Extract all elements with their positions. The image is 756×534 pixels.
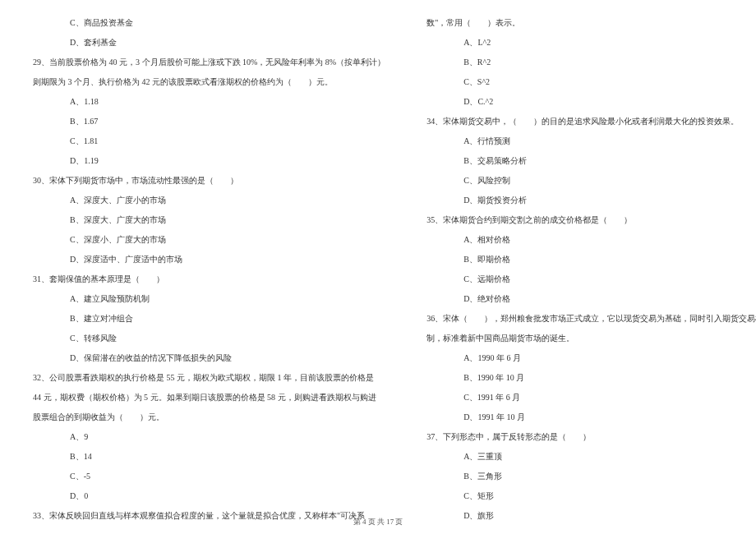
text-line: C、1991 年 6 月 [426, 391, 756, 404]
text-line: B、三角形 [426, 470, 756, 483]
page-footer: 第 4 页 共 17 页 [0, 517, 756, 527]
text-line: A、1990 年 6 月 [426, 352, 756, 365]
text-line: D、期货投资分析 [426, 194, 756, 207]
text-line: D、套利基金 [33, 36, 385, 49]
text-line: 30、宋体下列期货市场中，市场流动性最强的是（ ） [33, 174, 385, 187]
text-line: 29、当前股票价格为 40 元，3 个月后股价可能上涨或下跌 10%，无风险年利… [33, 56, 385, 69]
text-line: A、三重顶 [426, 450, 756, 463]
text-line: D、0 [33, 490, 385, 503]
text-line: 35、宋体期货合约到期交割之前的成交价格都是（ ） [426, 214, 756, 227]
text-line: 32、公司股票看跌期权的执行价格是 55 元，期权为欧式期权，期限 1 年，目前… [33, 371, 385, 384]
text-line: 制，标准着新中国商品期货市场的诞生。 [426, 332, 756, 345]
text-line: A、1.18 [33, 95, 385, 108]
text-line: 36、宋体（ ），郑州粮食批发市场正式成立，它以现货交易为基础，同时引入期货交易… [426, 312, 756, 325]
text-line: B、交易策略分析 [426, 154, 756, 168]
left-column: C、商品投资基金D、套利基金29、当前股票价格为 40 元，3 个月后股价可能上… [33, 16, 385, 529]
text-line: B、深度大、广度大的市场 [33, 214, 385, 227]
text-line: B、即期价格 [426, 253, 756, 266]
text-line: D、1991 年 10 月 [426, 411, 756, 424]
text-line: D、深度适中、广度适中的市场 [33, 253, 385, 266]
text-line: C、-5 [33, 470, 385, 483]
text-line: A、深度大、广度小的市场 [33, 194, 385, 207]
text-line: A、相对价格 [426, 233, 756, 246]
text-line: D、1.19 [33, 154, 385, 168]
text-line: 44 元，期权费（期权价格）为 5 元。如果到期日该股票的价格是 58 元，则购… [33, 391, 385, 404]
text-line: A、L^2 [426, 36, 756, 49]
text-line: C、转移风险 [33, 332, 385, 345]
text-line: B、1.67 [33, 115, 385, 128]
text-line: B、14 [33, 450, 385, 463]
text-line: D、保留潜在的收益的情况下降低损失的风险 [33, 352, 385, 365]
text-line: B、建立对冲组合 [33, 312, 385, 325]
text-line: 数"，常用（ ）表示。 [426, 16, 756, 30]
text-line: A、9 [33, 430, 385, 444]
text-line: 34、宋体期货交易中，（ ）的目的是追求风险最小化或者利润最大化的投资效果。 [426, 115, 756, 128]
text-line: 股票组合的到期收益为（ ）元。 [33, 411, 385, 424]
text-line: D、绝对价格 [426, 292, 756, 306]
exam-page: C、商品投资基金D、套利基金29、当前股票价格为 40 元，3 个月后股价可能上… [0, 0, 756, 534]
text-line: B、1990 年 10 月 [426, 371, 756, 384]
text-line: C、商品投资基金 [33, 16, 385, 30]
text-line: 37、下列形态中，属于反转形态的是（ ） [426, 430, 756, 444]
text-line: A、建立风险预防机制 [33, 292, 385, 306]
text-line: C、1.81 [33, 135, 385, 148]
text-line: 则期限为 3 个月、执行价格为 42 元的该股票欧式看涨期权的价格约为（ ）元。 [33, 76, 385, 89]
text-line: D、C.^2 [426, 95, 756, 108]
text-line: C、矩形 [426, 490, 756, 503]
right-column: 数"，常用（ ）表示。A、L^2B、R^2C、S^2D、C.^234、宋体期货交… [426, 16, 756, 529]
text-line: C、深度小、广度大的市场 [33, 233, 385, 246]
text-line: C、S^2 [426, 76, 756, 89]
text-line: C、风险控制 [426, 174, 756, 187]
text-line: 31、套期保值的基本原理是（ ） [33, 273, 385, 286]
text-line: C、远期价格 [426, 273, 756, 286]
text-line: B、R^2 [426, 56, 756, 69]
text-line: A、行情预测 [426, 135, 756, 148]
